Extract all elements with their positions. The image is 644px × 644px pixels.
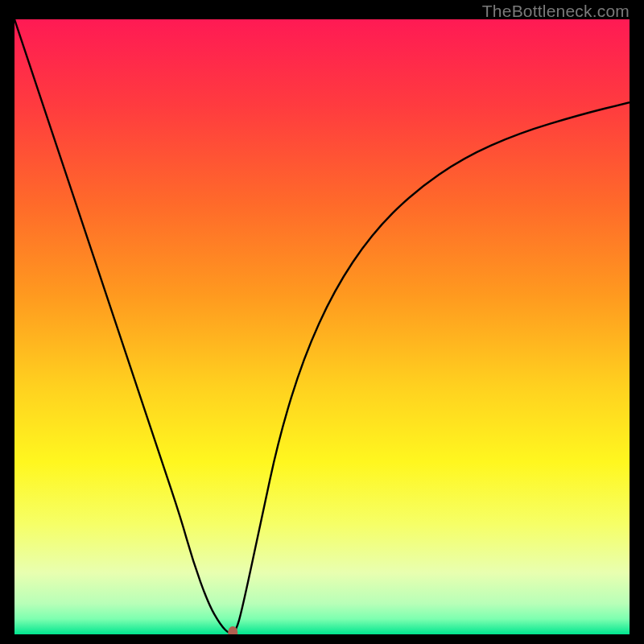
watermark-text: TheBottleneck.com — [482, 2, 630, 21]
gradient-background — [14, 19, 630, 634]
chart-frame — [14, 19, 630, 634]
bottleneck-chart — [14, 19, 630, 634]
